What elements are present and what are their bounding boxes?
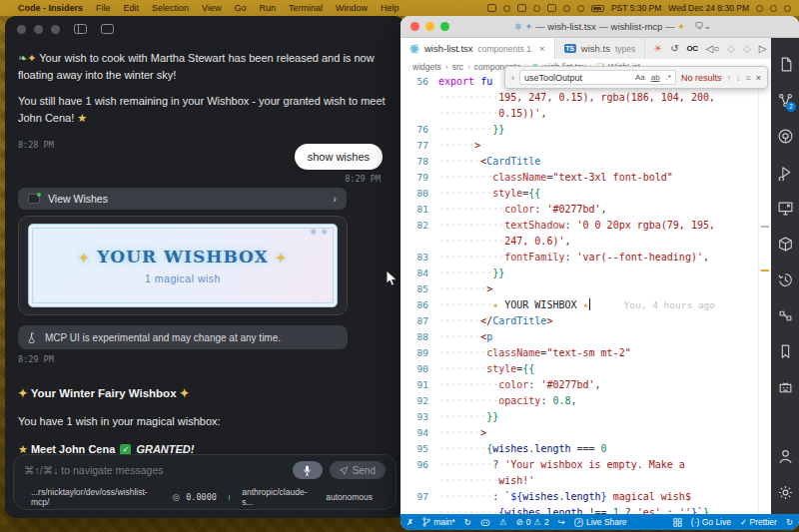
menu-item-selection[interactable]: Selection: [152, 3, 189, 13]
chat-robot-icon[interactable]: [771, 369, 799, 405]
code-line-93[interactable]: 93········}}: [400, 409, 758, 425]
code-line-76[interactable]: 76·········}}: [400, 122, 758, 138]
view-wishes-expander[interactable]: View Wishes ›: [18, 188, 347, 210]
find-next-icon[interactable]: ↓: [736, 73, 741, 83]
menu-item-code-insiders[interactable]: Code - Insiders: [18, 3, 83, 13]
overview-ruler[interactable]: [758, 74, 771, 514]
code-line-96[interactable]: 96·········? 'Your wishbox is empty. Mak…: [400, 457, 758, 473]
send-button[interactable]: Send: [330, 461, 386, 479]
remote-monitor-icon[interactable]: [771, 190, 799, 226]
vscode-titlebar[interactable]: ❄ ✦ — wish-list.tsx — wishlist-mcp — ✦ 🗨…: [400, 16, 799, 38]
copilot-icon[interactable]: [480, 518, 490, 527]
user-icon[interactable]: [756, 5, 763, 12]
code-line-86[interactable]: 86·········✦ YOUR WISHBOX ✦You, 4 hours …: [400, 297, 758, 313]
open-changes-icon[interactable]: OC: [687, 44, 698, 53]
whole-word-toggle[interactable]: ab: [651, 73, 660, 82]
code-line-wrap[interactable]: ···········247, 0.6)',: [400, 234, 758, 250]
open-preview-icon[interactable]: ◁○: [706, 43, 720, 54]
wifi-icon[interactable]: [577, 5, 584, 12]
code-line-95[interactable]: 95········{wishes.length === 0: [400, 441, 758, 457]
menu-item-go[interactable]: Go: [234, 3, 246, 13]
siri-icon[interactable]: [770, 5, 777, 12]
workspace-path[interactable]: ...rs/nicktaylor/dev/oss/wishlist-mcp/: [31, 487, 148, 507]
match-case-toggle[interactable]: Aa: [635, 73, 645, 82]
code-line-77[interactable]: 77······>: [400, 138, 758, 154]
breadcrumb-item[interactable]: widgets: [412, 62, 441, 72]
code-line-89[interactable]: 89········className="text-sm mt-2": [400, 345, 758, 361]
search-icon[interactable]: [533, 5, 540, 12]
bookmark-icon[interactable]: [771, 333, 799, 369]
prev-change-icon[interactable]: ◇: [727, 43, 735, 54]
account-icon[interactable]: [771, 438, 799, 474]
prettier-status[interactable]: ✓ Prettier: [740, 517, 777, 527]
screen-share-icon[interactable]: [487, 4, 496, 12]
code-line-wrap[interactable]: ··········195, 247, 0.15), rgba(186, 104…: [400, 90, 758, 106]
keyboard-icon[interactable]: [547, 4, 556, 12]
breadcrumb-item[interactable]: src: [452, 62, 463, 72]
battery-icon[interactable]: [591, 5, 604, 12]
github-icon[interactable]: [771, 118, 799, 154]
run-file-icon[interactable]: ▷: [759, 43, 767, 54]
zoom-button[interactable]: [51, 25, 60, 34]
settings-gear-icon[interactable]: [771, 474, 799, 510]
microphone-button[interactable]: [293, 461, 323, 479]
code-line-82[interactable]: 82···········textShadow: '0 0 20px rgba(…: [400, 218, 758, 234]
alerts-icon[interactable]: ⚠: [499, 517, 507, 527]
menu-item-window[interactable]: Window: [336, 3, 368, 13]
code-line-84[interactable]: 84·········}}: [400, 266, 758, 281]
hot-reload-icon[interactable]: ☀: [653, 43, 662, 54]
code-line-90[interactable]: 90········style={{: [400, 361, 758, 377]
shield-pentagon-icon[interactable]: [385, 492, 386, 502]
extensions-box-icon[interactable]: [771, 226, 799, 262]
find-widget[interactable]: › useToolOutput Aa ab .* No results ↑ ↓ …: [504, 66, 768, 89]
menu-item-help[interactable]: Help: [381, 3, 400, 13]
timezone-clock[interactable]: PST 5:30 PM: [611, 3, 661, 13]
code-line-87[interactable]: 87·······</CardTitle>: [400, 313, 758, 329]
problems-indicator[interactable]: ⊘0 ⚠2: [516, 517, 549, 527]
folder-icon[interactable]: [24, 493, 25, 502]
chat-bubble-icon[interactable]: 🗨⌄: [694, 21, 711, 31]
code-line-80[interactable]: 80·········style={{: [400, 186, 758, 202]
code-line-wrap[interactable]: ··········{wishes.length !== 1 ? 'es' : …: [400, 505, 758, 514]
git-branch[interactable]: main*: [422, 517, 455, 527]
mode-selector[interactable]: autonomous: [326, 492, 373, 502]
menu-item-terminal[interactable]: Terminal: [289, 3, 323, 13]
code-line-92[interactable]: 92··········opacity: 0.8,: [400, 393, 758, 409]
code-line-79[interactable]: 79·········className="text-3xl font-bold…: [400, 170, 758, 186]
sync-icon[interactable]: ↻: [464, 517, 471, 527]
extension-grid-icon[interactable]: [673, 518, 682, 527]
regex-toggle[interactable]: .*: [666, 73, 671, 82]
remote-indicator[interactable]: ✗: [406, 517, 413, 527]
tab-wish-ts[interactable]: TS wish.ts types: [555, 38, 646, 59]
code-line-88[interactable]: 88·······<p: [400, 329, 758, 345]
bluetooth-icon[interactable]: [563, 5, 570, 12]
tab-wish-list-tsx[interactable]: wish-list.tsx components 1 ×: [400, 38, 555, 59]
camera-icon[interactable]: [517, 4, 526, 12]
go-live-button[interactable]: (·) Go Live: [691, 517, 731, 527]
references-nodes-icon[interactable]: [771, 297, 799, 333]
run-debug-icon[interactable]: [771, 154, 799, 190]
find-close-icon[interactable]: ×: [756, 73, 761, 83]
control-center-icon[interactable]: [784, 5, 791, 12]
menu-item-file[interactable]: File: [96, 3, 111, 13]
model-selector[interactable]: anthropic/claude-s...: [242, 487, 307, 507]
code-line-wrap[interactable]: ··········0.15))',: [400, 106, 758, 122]
message-input[interactable]: ⌘↑/⌘↓ to navigate messages: [24, 464, 163, 476]
wishbox-card[interactable]: ❄ ❄ ✦ YOUR WISHBOX ✦ 1 magical wish: [28, 224, 338, 307]
menu-item-view[interactable]: View: [202, 3, 221, 13]
code-line-91[interactable]: 91··········color: '#0277bd',: [400, 377, 758, 393]
code-line-97[interactable]: 97·········: `${wishes.length} magical w…: [400, 489, 758, 505]
timeline-clock-icon[interactable]: [771, 262, 799, 297]
close-button[interactable]: [17, 25, 26, 34]
menu-item-edit[interactable]: Edit: [124, 3, 140, 13]
feedback-icon[interactable]: ↪: [558, 517, 565, 527]
paperclip-icon[interactable]: [160, 492, 161, 503]
find-collapse-icon[interactable]: ›: [511, 73, 514, 83]
code-line-85[interactable]: 85········>: [400, 281, 758, 297]
code-line-83[interactable]: 83···········fontFamily: 'var(--font-hea…: [400, 250, 758, 266]
find-previous-icon[interactable]: ↑: [726, 73, 731, 83]
info-icon[interactable]: [503, 5, 510, 12]
code-editor[interactable]: 56export fu··········195, 247, 0.15), rg…: [400, 74, 758, 514]
timeline-icon[interactable]: ↺: [670, 43, 678, 54]
tab-close-icon[interactable]: ×: [539, 43, 545, 54]
